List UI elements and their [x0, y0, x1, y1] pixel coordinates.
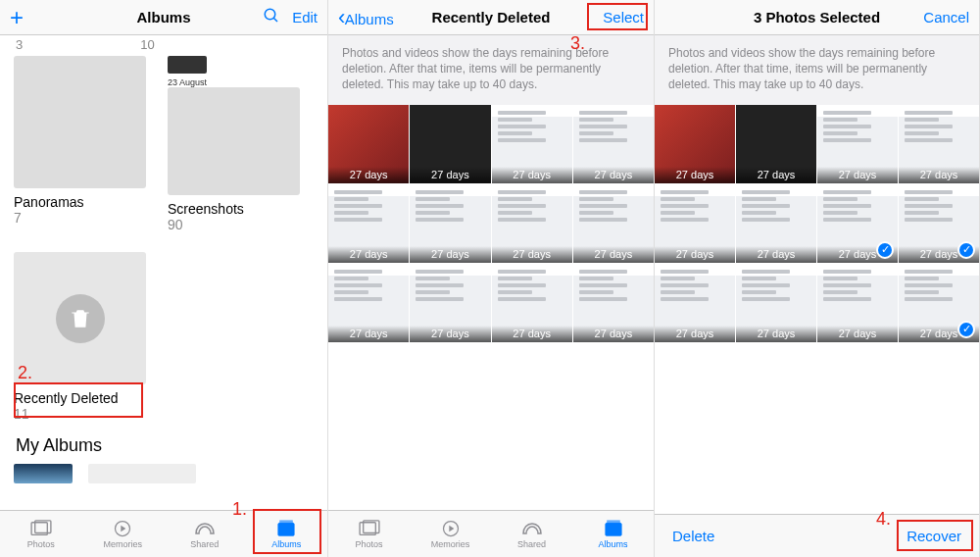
photo-cell[interactable]: 27 days: [899, 105, 979, 183]
albums-icon: [602, 519, 625, 538]
add-icon[interactable]: +: [10, 4, 24, 31]
album-screenshots[interactable]: 23 August Screenshots 90: [168, 56, 300, 232]
photo-cell[interactable]: 27 days: [492, 264, 572, 342]
photo-cell[interactable]: 27 days: [492, 184, 572, 263]
photo-cell[interactable]: 27 days: [573, 105, 654, 183]
album-thumbnail[interactable]: [88, 464, 196, 483]
photo-cell[interactable]: 27 days: [736, 184, 816, 263]
photo-cell[interactable]: 27 days: [817, 264, 898, 342]
album-panoramas[interactable]: Panoramas 7: [14, 56, 146, 232]
photo-cell[interactable]: 27 days✓: [899, 184, 979, 263]
tab-photos[interactable]: Photos: [0, 511, 82, 557]
navbar-title: Albums: [78, 9, 249, 25]
tab-label: Shared: [190, 539, 219, 549]
info-banner: Photos and videos show the days remainin…: [328, 35, 654, 105]
tab-label: Albums: [271, 539, 301, 549]
days-remaining: 27 days: [655, 326, 735, 342]
photos-icon: [358, 519, 381, 538]
tab-albums[interactable]: Albums: [246, 511, 328, 557]
days-remaining: 27 days: [492, 246, 572, 263]
album-count: 11: [14, 406, 146, 422]
cancel-button[interactable]: Cancel: [923, 9, 969, 25]
album-recently-deleted[interactable]: Recently Deleted 11: [14, 252, 146, 422]
album-count: 7: [14, 210, 146, 226]
tab-shared[interactable]: Shared: [164, 511, 246, 557]
photo-cell[interactable]: 27 days: [328, 264, 409, 342]
search-icon[interactable]: [263, 7, 280, 27]
tab-shared[interactable]: Shared: [491, 511, 572, 557]
deleted-grid-wrap: 27 days 27 days 27 days 27 days 27 days …: [328, 105, 654, 510]
photo-cell[interactable]: 27 days: [573, 184, 654, 263]
svg-rect-13: [607, 521, 619, 524]
navbar-selection: 3 Photos Selected Cancel: [655, 0, 979, 35]
tab-memories[interactable]: Memories: [82, 511, 165, 557]
navbar-deleted: ‹ Albums Recently Deleted Select: [328, 0, 654, 35]
svg-point-0: [265, 9, 275, 20]
photo-cell[interactable]: 27 days: [655, 184, 735, 263]
tab-label: Photos: [27, 539, 55, 549]
deleted-photo-grid: 27 days 27 days 27 days 27 days 27 days …: [328, 105, 654, 342]
tab-label: Memories: [103, 539, 142, 549]
days-remaining: 27 days: [736, 167, 816, 183]
photo-cell[interactable]: 27 days: [736, 105, 816, 183]
trash-icon: [56, 294, 105, 343]
days-remaining: 27 days: [655, 246, 735, 263]
days-remaining: 27 days: [328, 167, 409, 183]
album-thumbnail: [14, 252, 146, 384]
photo-cell[interactable]: 27 days: [736, 264, 816, 342]
tab-albums[interactable]: Albums: [572, 511, 654, 557]
days-remaining: 27 days: [573, 326, 654, 342]
days-remaining: 27 days: [410, 167, 490, 183]
screen-selection: 3 Photos Selected Cancel Photos and vide…: [655, 0, 980, 557]
album-thumbnail: [168, 87, 300, 195]
photo-cell[interactable]: 27 days: [410, 105, 490, 183]
photo-cell[interactable]: 27 days: [410, 184, 490, 263]
select-button[interactable]: Select: [603, 9, 644, 25]
days-remaining: 27 days: [492, 326, 572, 342]
svg-marker-11: [449, 526, 454, 532]
svg-rect-12: [605, 524, 620, 536]
memories-icon: [111, 519, 134, 538]
photo-cell[interactable]: 27 days✓: [899, 264, 979, 342]
navbar-title: 3 Photos Selected: [733, 9, 901, 25]
tab-label: Albums: [598, 539, 627, 549]
album-thumbnail: [14, 56, 146, 188]
album-thumbnail[interactable]: [14, 464, 73, 483]
photo-cell[interactable]: 27 days: [410, 264, 490, 342]
deleted-grid-wrap: 27 days 27 days 27 days 27 days 27 days …: [655, 105, 979, 514]
tab-bar: Photos Memories Shared Albums: [0, 510, 327, 557]
days-remaining: 27 days: [899, 167, 979, 183]
album-title: Panoramas: [14, 194, 146, 210]
photo-cell[interactable]: 27 days✓: [817, 184, 898, 263]
photo-cell[interactable]: 27 days: [817, 105, 898, 183]
delete-button[interactable]: Delete: [672, 528, 714, 544]
edit-button[interactable]: Edit: [292, 9, 318, 25]
back-button[interactable]: ‹ Albums: [338, 7, 394, 28]
svg-line-1: [273, 18, 277, 22]
tab-photos[interactable]: Photos: [328, 511, 410, 557]
back-label: Albums: [345, 11, 394, 27]
days-remaining: 27 days: [410, 246, 490, 263]
photo-cell[interactable]: 27 days: [328, 105, 409, 183]
photo-cell[interactable]: 27 days: [655, 105, 735, 183]
days-remaining: 27 days: [328, 246, 409, 263]
screen-recently-deleted: ‹ Albums Recently Deleted Select 3. Phot…: [328, 0, 655, 557]
album-title: Screenshots: [168, 201, 300, 217]
days-remaining: 27 days: [573, 167, 654, 183]
screen-albums: + Albums Edit 3 10 Panoramas 7 23 Au: [0, 0, 328, 557]
tab-label: Memories: [431, 539, 470, 549]
photo-cell[interactable]: 27 days: [328, 184, 409, 263]
action-bar: Delete Recover: [655, 514, 979, 557]
photo-cell[interactable]: 27 days: [573, 264, 654, 342]
days-remaining: 27 days: [492, 167, 572, 183]
album-count: 10: [140, 37, 154, 52]
days-remaining: 27 days: [655, 167, 735, 183]
photo-cell[interactable]: 27 days: [655, 264, 735, 342]
days-remaining: 27 days: [736, 246, 816, 263]
recover-button[interactable]: Recover: [906, 528, 961, 544]
days-remaining: 27 days: [817, 326, 898, 342]
days-remaining: 27 days: [410, 326, 490, 342]
tab-memories[interactable]: Memories: [410, 511, 491, 557]
album-thumbnail-stack: [168, 56, 207, 74]
photo-cell[interactable]: 27 days: [492, 105, 572, 183]
